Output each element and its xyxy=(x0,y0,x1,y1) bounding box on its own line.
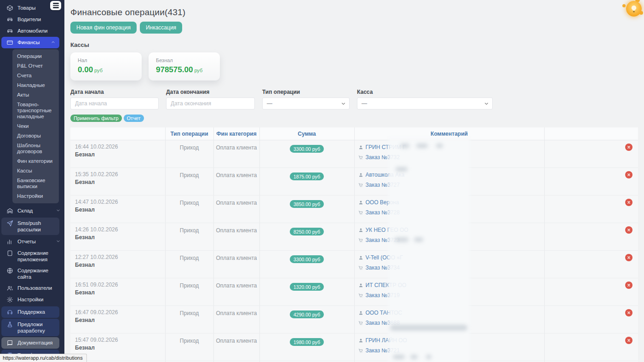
date-start-input[interactable] xyxy=(70,98,159,109)
column-header-0 xyxy=(70,127,165,140)
submenu-item-waybills[interactable]: Накладные xyxy=(12,80,59,90)
fin-category: Оплата клиента xyxy=(213,251,259,278)
order-link[interactable]: Заказ №3734 xyxy=(366,264,400,271)
operation-datetime: 16:51 09.02.2026 xyxy=(75,282,161,288)
page-title: Финансовые операции(431) xyxy=(70,7,644,17)
sidebar-item-app-content[interactable]: Содержание приложения xyxy=(0,247,64,265)
column-header-4: Комментарий xyxy=(354,127,544,140)
order-link[interactable]: Заказ №3721 xyxy=(366,347,400,354)
cash-card-cash: Нал0.00руб xyxy=(70,52,142,80)
sidebar-item-site-content[interactable]: Содержание сайта xyxy=(0,265,64,282)
order-link[interactable]: Заказ №3732 xyxy=(366,154,400,161)
sidebar-item-drivers[interactable]: Водители xyxy=(0,14,64,25)
sidebar-item-support[interactable]: Поддержка xyxy=(1,306,59,318)
sidebar-item-cars[interactable]: Автомобили xyxy=(0,25,64,37)
chevron-down-icon xyxy=(483,101,489,107)
sidebar-toggle-button[interactable] xyxy=(50,1,61,10)
operation-datetime: 12:27 10.02.2026 xyxy=(75,254,161,260)
order-link[interactable]: Заказ №3727 xyxy=(366,182,400,188)
delete-row-button[interactable] xyxy=(625,226,632,234)
operation-type: Приход xyxy=(165,140,213,168)
submenu-item-fin-categories[interactable]: Фин категории xyxy=(12,156,59,166)
sidebar-item-label: Поддержка xyxy=(17,309,56,315)
client-link[interactable]: ГРИН СТРИМ Г xyxy=(366,144,406,150)
operation-type-select[interactable]: — xyxy=(262,98,350,109)
submenu-item-cash-registers[interactable]: Кассы xyxy=(12,166,59,176)
table-row: 14:26 10.02.2026 Безнал Приход Оплата кл… xyxy=(70,223,638,251)
fin-category: Оплата клиента xyxy=(213,333,259,361)
payment-method: Безнал xyxy=(75,179,161,185)
status-bar-url: https://waterapp.ru/cab/distributions xyxy=(0,354,87,362)
order-link[interactable]: Заказ №3719 xyxy=(366,292,400,299)
new-fin-operation-button[interactable]: Новая фин операция xyxy=(70,22,137,34)
delete-row-button[interactable] xyxy=(625,144,632,151)
sidebar-item-settings[interactable]: Настройки xyxy=(0,294,64,305)
warehouse-icon xyxy=(6,207,13,214)
client-link[interactable]: Автошкола Ака xyxy=(366,172,405,178)
delete-row-button[interactable] xyxy=(625,254,632,261)
sidebar-item-users[interactable]: Пользователи xyxy=(0,282,64,294)
person-icon xyxy=(358,145,363,150)
submenu-item-contracts[interactable]: Договоры xyxy=(12,131,59,141)
cart-icon xyxy=(358,321,363,326)
sidebar-item-documentation[interactable]: Документация xyxy=(1,337,59,349)
amount-badge: 3850.00 руб xyxy=(290,200,324,208)
client-link[interactable]: ООО ТАНТОС xyxy=(366,310,402,316)
hamburger-icon xyxy=(53,3,59,4)
amount-badge: 3300.00 руб xyxy=(290,145,324,153)
submenu-item-operations[interactable]: Операции xyxy=(12,52,59,61)
delete-row-button[interactable] xyxy=(625,199,632,206)
chevron-down-icon xyxy=(56,239,61,244)
sidebar-item-label: Отчеты xyxy=(17,238,52,245)
submenu-item-transport-waybills[interactable]: Товарно-транспортные накладные xyxy=(12,100,59,121)
date-end-input[interactable] xyxy=(166,98,255,109)
sidebar-item-finances[interactable]: Финансы xyxy=(1,37,59,48)
sidebar-item-label: Содержание сайта xyxy=(17,267,61,280)
cash-register-select[interactable]: — xyxy=(357,98,493,109)
operation-type: Приход xyxy=(165,306,213,333)
submenu-item-acts[interactable]: Акты xyxy=(12,90,59,100)
client-link[interactable]: ИТ СПЕКТР ОО xyxy=(366,282,407,288)
column-header-2: Фин категория xyxy=(213,127,259,140)
collection-button[interactable]: Инкассация xyxy=(140,22,182,34)
submenu-item-bank-statements[interactable]: Банковские выписки xyxy=(12,176,59,191)
filter-field-operation-type: Тип операции— xyxy=(262,89,350,109)
filter-label: Дата окончания xyxy=(166,89,255,95)
fin-category: Оплата клиента xyxy=(213,278,259,306)
amount-badge: 1875.00 руб xyxy=(290,172,324,180)
delete-row-button[interactable] xyxy=(625,337,632,344)
operation-type: Приход xyxy=(165,195,213,223)
sidebar-item-warehouse[interactable]: Склад xyxy=(0,205,64,217)
report-button[interactable]: Отчет xyxy=(124,115,144,122)
sidebar-item-label: Склад xyxy=(17,207,52,214)
order-link[interactable]: Заказ №3688 xyxy=(366,320,400,326)
client-link[interactable]: УК НЕО ГЕО ОО xyxy=(366,227,408,233)
sidebar-item-reports[interactable]: Отчеты xyxy=(0,236,64,247)
sidebar-item-sms-push[interactable]: Sms/push рассылки xyxy=(1,218,59,235)
client-link[interactable]: V-Tell (ООО «Г xyxy=(366,254,403,261)
globe-icon xyxy=(6,267,13,274)
delete-row-button[interactable] xyxy=(625,309,632,316)
cash-card-label: Нал xyxy=(78,57,134,63)
sidebar-item-label: Sms/push рассылки xyxy=(17,220,56,233)
client-link[interactable]: ГРИН ЛАЙН ОО xyxy=(366,337,407,344)
sidebar: ТоварыВодителиАвтомобилиФинансыОперацииP… xyxy=(0,0,64,362)
payment-method: Безнал xyxy=(75,289,161,296)
sidebar-item-suggest-feature[interactable]: Предложи разработку xyxy=(1,319,59,336)
submenu-item-settings[interactable]: Настройки xyxy=(12,191,59,201)
submenu-item-pnl-report[interactable]: P&L Отчет xyxy=(12,61,59,71)
client-link[interactable]: ООО Верона xyxy=(366,199,399,206)
car-icon xyxy=(6,16,13,23)
payment-method: Безнал xyxy=(75,234,161,241)
delete-row-button[interactable] xyxy=(625,282,632,289)
submenu-item-contract-templates[interactable]: Шаблоны договоров xyxy=(12,141,59,156)
submenu-item-accounts[interactable]: Счета xyxy=(12,71,59,80)
submenu-item-receipts[interactable]: Чеки xyxy=(12,121,59,131)
apply-filter-button[interactable]: Применить фильтр xyxy=(70,115,122,122)
book-icon xyxy=(6,339,13,346)
cart-icon xyxy=(358,265,363,270)
order-link[interactable]: Заказ №3723 xyxy=(366,237,400,243)
person-icon xyxy=(358,338,363,343)
order-link[interactable]: Заказ №3728 xyxy=(366,209,400,216)
delete-row-button[interactable] xyxy=(625,171,632,178)
